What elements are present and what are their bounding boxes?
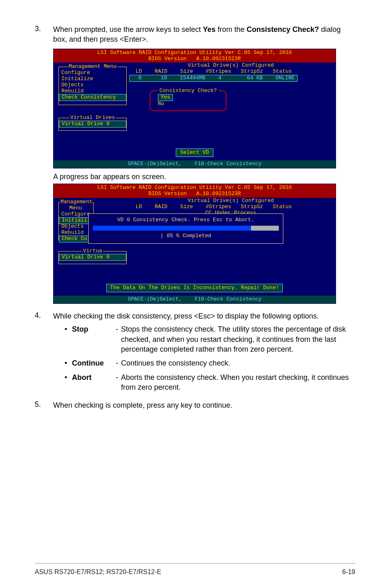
cc-dialog-title: Consistency Check? bbox=[158, 88, 218, 94]
vdc-title: Virtual Drive(s) Configured bbox=[186, 62, 276, 68]
bullet-icon: • bbox=[65, 373, 72, 393]
step3-cc: Consistency Check? bbox=[247, 25, 319, 34]
step4-number: 4. bbox=[35, 311, 53, 396]
vdc-row-0: 0 10 154494MB 4 64 KB ONLINE bbox=[129, 75, 298, 82]
vd-box-title: Virtual Drives bbox=[69, 114, 116, 121]
terminal1-header: LSI Software RAID Configuration Utility … bbox=[54, 49, 336, 63]
step3-number: 3. bbox=[35, 25, 53, 45]
terminal-screenshot-2: LSI Software RAID Configuration Utility … bbox=[53, 184, 336, 304]
mgmt-menu-title: Management Menu bbox=[68, 63, 117, 70]
cc-option-no: No bbox=[158, 101, 218, 107]
consistency-check-dialog: Consistency Check? Yes No bbox=[150, 90, 226, 111]
opt-abort-desc: Aborts the consistency check. When you r… bbox=[121, 373, 355, 393]
mgmt-configure: Configure bbox=[59, 70, 126, 76]
progress-bar bbox=[93, 226, 279, 231]
dash-sep: - bbox=[113, 373, 121, 393]
terminal2-header-l1: LSI Software RAID Configuration Utility … bbox=[97, 184, 292, 191]
dash-sep: - bbox=[113, 358, 121, 368]
step5-text: When checking is complete, press any key… bbox=[53, 400, 355, 410]
vd2-item-0: Virtual Drive 0 bbox=[59, 254, 126, 261]
step4-text: While checking the disk consistency, pre… bbox=[53, 311, 355, 321]
terminal1-header-l2: BIOS Version A.10.09231523R bbox=[148, 56, 241, 62]
mgmt-objects: Objects bbox=[59, 82, 126, 88]
dash-sep: - bbox=[113, 324, 121, 354]
step3-text-a: When prompted, use the arrow keys to sel… bbox=[53, 25, 203, 34]
step3-text: When prompted, use the arrow keys to sel… bbox=[53, 25, 355, 45]
progress-percent: | 85 % Completed bbox=[93, 233, 279, 239]
opt-abort-label: Abort bbox=[72, 373, 113, 393]
vd-item-0: Virtual Drive 0 bbox=[59, 121, 126, 128]
step5-number: 5. bbox=[35, 400, 53, 410]
vdc-columns: LD RAID Size #Stripes StripSz Status bbox=[129, 69, 332, 75]
opt-stop-desc: Stops the consistency check. The utility… bbox=[121, 324, 355, 354]
repair-done-msg: The Data On The Drives Is Inconsistency.… bbox=[106, 284, 282, 292]
terminal2-header-l2: BIOS Version A.10.09231523R bbox=[148, 191, 241, 197]
mgmt-initialize: Initialize bbox=[59, 76, 126, 82]
cc-option-yes: Yes bbox=[158, 94, 173, 101]
terminal2-footer: SPACE-(De)Select, F10-Check Consistency bbox=[54, 296, 336, 303]
terminal1-msg-select-vd: Select VD bbox=[176, 148, 213, 157]
step3-text-b: from the bbox=[215, 25, 247, 34]
vdc2-columns: LD RAID Size #Stripes StripSz Status bbox=[129, 204, 332, 210]
terminal-screenshot-1: LSI Software RAID Configuration Utility … bbox=[53, 49, 336, 169]
opt-stop-label: Stop bbox=[72, 324, 113, 354]
bullet-icon: • bbox=[65, 324, 72, 354]
caption-progress-bar: A progress bar appears on screen. bbox=[53, 173, 355, 181]
bullet-icon: • bbox=[65, 358, 72, 368]
mgmt-check-consistency: Check Consistency bbox=[59, 94, 126, 101]
step3-yes: Yes bbox=[203, 25, 215, 34]
mgmt2-menu-title: Management Menu bbox=[60, 199, 92, 211]
opt-continue-label: Continue bbox=[72, 358, 113, 368]
progress-dialog: VD 0 Consistency Check. Press Esc to Abo… bbox=[88, 213, 283, 244]
footer-product: ASUS RS720-E7/RS12; RS720-E7/RS12-E bbox=[35, 568, 161, 576]
vdc2-title: Virtual Drive(s) Configured bbox=[186, 197, 276, 204]
terminal2-header: LSI Software RAID Configuration Utility … bbox=[54, 184, 336, 198]
footer-page-number: 6-19 bbox=[342, 568, 355, 576]
progress-msg: VD 0 Consistency Check. Press Esc to Abo… bbox=[93, 217, 279, 223]
terminal1-footer: SPACE-(De)Select, F10-Check Consistency bbox=[54, 160, 336, 168]
terminal1-header-l1: LSI Software RAID Configuration Utility … bbox=[97, 49, 292, 56]
vd2-box-title: Virtua bbox=[82, 248, 103, 254]
mgmt-rebuild: Rebuild bbox=[59, 88, 126, 94]
opt-continue-desc: Continues the consistency check. bbox=[121, 358, 355, 368]
